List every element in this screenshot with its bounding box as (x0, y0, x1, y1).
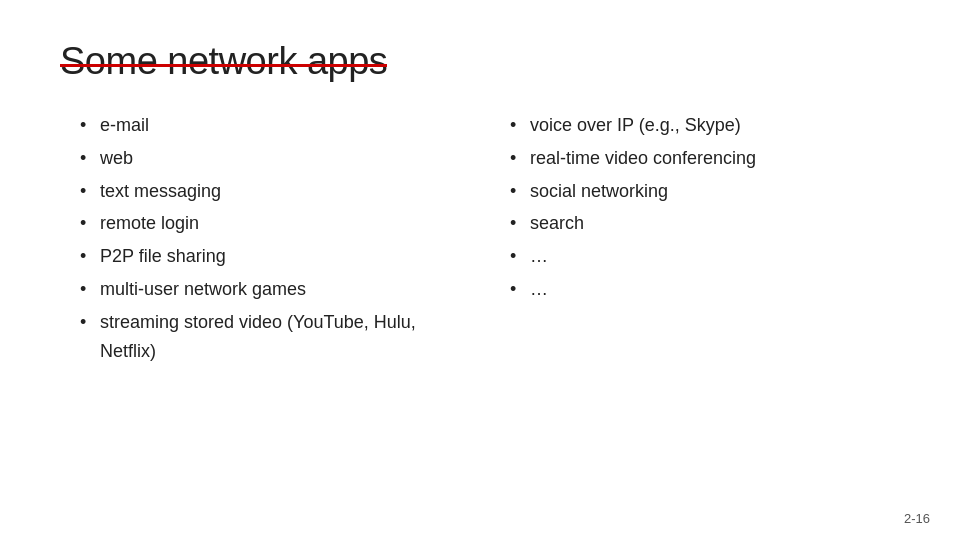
slide-title: Some network apps (60, 40, 387, 83)
slide: Some network apps e-mail web text messag… (0, 0, 960, 540)
left-bullet-list: e-mail web text messaging remote login P… (80, 111, 470, 365)
list-item: multi-user network games (80, 275, 470, 304)
list-item: search (510, 209, 900, 238)
list-item: real-time video conferencing (510, 144, 900, 173)
list-item: voice over IP (e.g., Skype) (510, 111, 900, 140)
content-area: e-mail web text messaging remote login P… (80, 111, 900, 369)
list-item: remote login (80, 209, 470, 238)
strikethrough-decoration (60, 64, 387, 67)
list-item: streaming stored video (YouTube, Hulu, N… (80, 308, 470, 366)
list-item: social networking (510, 177, 900, 206)
list-item: web (80, 144, 470, 173)
slide-number: 2-16 (904, 511, 930, 526)
list-item: text messaging (80, 177, 470, 206)
list-item: P2P file sharing (80, 242, 470, 271)
list-item: … (510, 275, 900, 304)
list-item: … (510, 242, 900, 271)
title-container: Some network apps (60, 40, 387, 83)
right-column: voice over IP (e.g., Skype) real-time vi… (510, 111, 900, 369)
left-column: e-mail web text messaging remote login P… (80, 111, 470, 369)
right-bullet-list: voice over IP (e.g., Skype) real-time vi… (510, 111, 900, 304)
list-item: e-mail (80, 111, 470, 140)
